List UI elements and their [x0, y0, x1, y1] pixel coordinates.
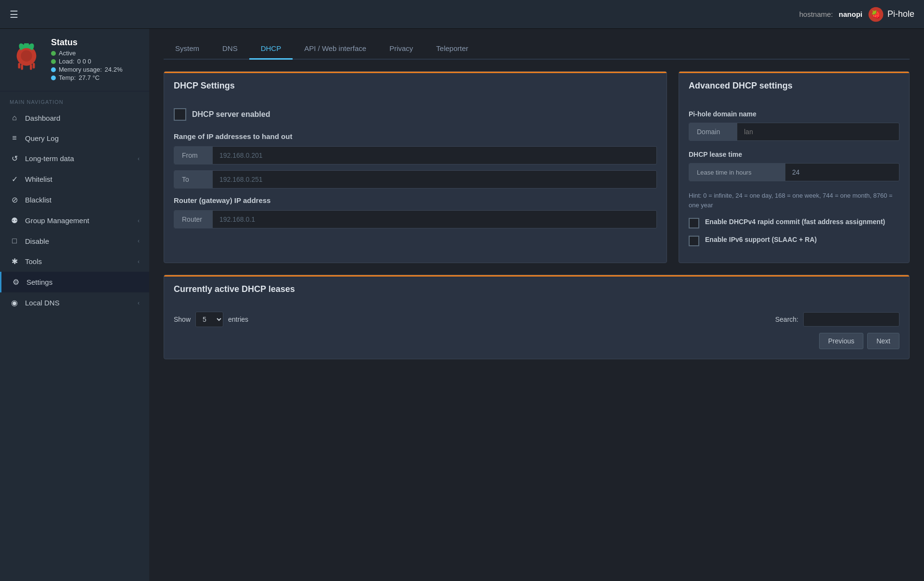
- ipv6-label: Enable IPv6 support (SLAAC + RA): [705, 235, 817, 245]
- tab-dns[interactable]: DNS: [211, 38, 249, 60]
- lease-hint-text: Hint: 0 = infinite, 24 = one day, 168 = …: [689, 191, 899, 210]
- active-label: Active: [59, 50, 76, 57]
- domain-prefix: Domain: [689, 123, 737, 140]
- advanced-dhcp-body: Pi-hole domain name Domain DHCP lease ti…: [679, 99, 909, 263]
- tab-teleporter[interactable]: Teleporter: [424, 38, 480, 60]
- sidebar-item-label: Settings: [26, 278, 140, 286]
- show-entries-area: Show 5 10 25 50 entries: [174, 312, 248, 327]
- lease-section-label: DHCP lease time: [689, 151, 899, 158]
- sidebar-item-query-log[interactable]: ≡ Query Log: [0, 128, 149, 148]
- group-icon: ⚉: [10, 216, 19, 225]
- memory-value: 24.2%: [105, 66, 123, 73]
- settings-tabs: System DNS DHCP API / Web interface Priv…: [164, 38, 910, 60]
- sidebar-item-whitelist[interactable]: ✓ Whitelist: [0, 169, 149, 189]
- sidebar-item-tools[interactable]: ✱ Tools ‹: [0, 251, 149, 272]
- sidebar-item-blacklist[interactable]: ⊘ Blacklist: [0, 189, 149, 210]
- sidebar-item-long-term-data[interactable]: ↺ Long-term data ‹: [0, 148, 149, 169]
- router-input[interactable]: [213, 211, 656, 228]
- app-name: Pi-hole: [887, 9, 914, 19]
- sidebar-item-label: Group Management: [25, 216, 132, 225]
- sidebar-item-label: Local DNS: [25, 299, 132, 307]
- status-title: Status: [51, 38, 122, 48]
- load-value: 0 0 0: [77, 58, 91, 65]
- next-button[interactable]: Next: [867, 333, 899, 349]
- dhcp-settings-title: DHCP Settings: [164, 72, 667, 99]
- ipv6-checkbox[interactable]: [689, 236, 699, 246]
- to-input[interactable]: [213, 171, 656, 188]
- status-active-row: Active: [51, 50, 122, 57]
- dhcp-enabled-checkbox[interactable]: [174, 108, 186, 121]
- tab-api-web[interactable]: API / Web interface: [293, 38, 378, 60]
- chevron-icon: ‹: [138, 155, 140, 162]
- leases-search-input[interactable]: [803, 312, 899, 327]
- leases-card: Currently active DHCP leases Show 5 10 2…: [164, 275, 910, 359]
- from-input-row: From: [174, 146, 657, 164]
- raspberry-pi-icon: [10, 43, 43, 77]
- status-info: Status Active Load: 0 0 0 Memory usage: …: [51, 38, 122, 82]
- lease-input[interactable]: [785, 164, 899, 181]
- hamburger-icon[interactable]: ☰: [10, 9, 18, 20]
- sidebar-item-settings[interactable]: ⚙ Settings: [0, 272, 149, 292]
- status-memory-row: Memory usage: 24.2%: [51, 66, 122, 73]
- temp-value: 27.7 °C: [78, 74, 100, 81]
- dhcp-enabled-row: DHCP server enabled: [174, 108, 657, 121]
- ip-range-label: Range of IP addresses to hand out: [174, 132, 657, 140]
- to-prefix: To: [174, 171, 213, 188]
- leases-card-body: Show 5 10 25 50 entries Search: Previous…: [164, 302, 909, 359]
- temp-label: Temp:: [59, 74, 76, 81]
- check-icon: ✓: [10, 175, 19, 184]
- sidebar-item-label: Blacklist: [25, 196, 140, 204]
- dhcp-cards-row: DHCP Settings DHCP server enabled Range …: [164, 71, 910, 263]
- tab-dhcp[interactable]: DHCP: [249, 38, 293, 60]
- temp-dot: [51, 76, 56, 80]
- domain-input[interactable]: [737, 123, 899, 140]
- search-label: Search:: [775, 316, 798, 323]
- block-icon: ⊘: [10, 195, 19, 204]
- sidebar-status: Status Active Load: 0 0 0 Memory usage: …: [0, 29, 149, 91]
- router-label: Router (gateway) IP address: [174, 196, 657, 204]
- tab-privacy[interactable]: Privacy: [378, 38, 424, 60]
- tab-system[interactable]: System: [164, 38, 211, 60]
- sidebar-item-dashboard[interactable]: ⌂ Dashboard: [0, 108, 149, 128]
- status-temp-row: Temp: 27.7 °C: [51, 74, 122, 81]
- top-navbar: ☰ hostname: nanopi 🍓 Pi-hole: [0, 0, 924, 29]
- load-label: Load:: [59, 58, 75, 65]
- home-icon: ⌂: [10, 114, 19, 122]
- lease-prefix: Lease time in hours: [689, 164, 785, 181]
- sidebar-item-label: Dashboard: [25, 114, 140, 122]
- domain-input-row: Domain: [689, 123, 899, 141]
- dns-icon: ◉: [10, 298, 19, 307]
- show-label: Show: [174, 316, 191, 323]
- svg-rect-11: [30, 64, 32, 70]
- show-select[interactable]: 5 10 25 50: [195, 312, 223, 327]
- navbar-right: hostname: nanopi 🍓 Pi-hole: [799, 7, 914, 22]
- sidebar-item-label: Query Log: [25, 134, 140, 142]
- pihole-logo-area: 🍓 Pi-hole: [868, 7, 914, 22]
- nav-section-label: MAIN NAVIGATION: [0, 91, 149, 108]
- dhcp-settings-body: DHCP server enabled Range of IP addresse…: [164, 99, 667, 244]
- status-load-row: Load: 0 0 0: [51, 58, 122, 65]
- memory-dot: [51, 67, 56, 72]
- ipv6-row: Enable IPv6 support (SLAAC + RA): [689, 235, 899, 246]
- rapid-commit-label: Enable DHCPv4 rapid commit (fast address…: [705, 217, 885, 227]
- sidebar-item-local-dns[interactable]: ◉ Local DNS ‹: [0, 292, 149, 313]
- navbar-left: ☰: [10, 9, 18, 20]
- dhcp-settings-card: DHCP Settings DHCP server enabled Range …: [164, 71, 667, 263]
- search-area: Search:: [775, 312, 899, 327]
- sidebar: Pi-hole Status Active: [0, 0, 149, 581]
- entries-label: entries: [228, 316, 248, 323]
- previous-button[interactable]: Previous: [819, 333, 863, 349]
- sidebar-item-disable[interactable]: □ Disable ‹: [0, 231, 149, 251]
- sidebar-item-group-management[interactable]: ⚉ Group Management ‹: [0, 210, 149, 231]
- pagination-area: Previous Next: [174, 333, 899, 349]
- dhcp-enabled-label: DHCP server enabled: [192, 110, 270, 119]
- svg-rect-10: [21, 64, 23, 70]
- svg-point-7: [21, 50, 32, 61]
- main-content: System DNS DHCP API / Web interface Priv…: [149, 29, 924, 581]
- sidebar-item-label: Disable: [25, 237, 132, 245]
- from-prefix: From: [174, 147, 213, 164]
- from-input[interactable]: [213, 147, 656, 164]
- svg-rect-9: [33, 63, 35, 68]
- hostname-label: hostname:: [799, 10, 833, 18]
- rapid-commit-checkbox[interactable]: [689, 218, 699, 228]
